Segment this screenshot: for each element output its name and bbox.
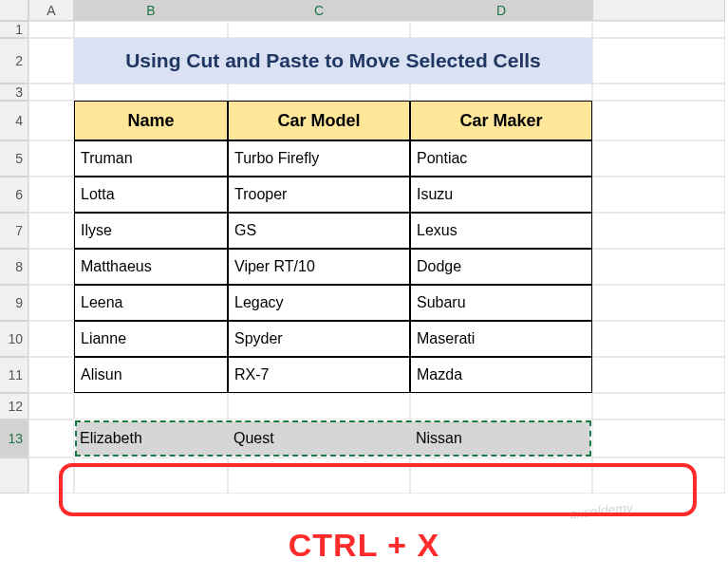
col-header-blank[interactable] — [592, 0, 725, 21]
row-header-4[interactable]: 4 — [0, 101, 28, 140]
cell-blank[interactable] — [592, 457, 725, 494]
watermark-text: exceldemy — [569, 500, 633, 522]
cell-blank[interactable] — [592, 84, 725, 101]
cell-A[interactable] — [28, 84, 74, 101]
cell-model[interactable]: RX-7 — [228, 357, 410, 393]
cell-blank[interactable] — [592, 140, 725, 177]
cell-A[interactable] — [28, 457, 74, 494]
row-header-12[interactable]: 12 — [0, 393, 28, 420]
cell-A[interactable] — [28, 140, 74, 177]
spreadsheet-grid: A B C D 1 2 3 4 5 6 7 8 9 10 11 12 13 Us… — [0, 0, 728, 494]
cell-name[interactable]: Lotta — [74, 177, 228, 213]
cell-blank[interactable] — [592, 357, 725, 393]
cell-blank[interactable] — [592, 38, 725, 84]
row-header-8[interactable]: 8 — [0, 249, 28, 285]
cell-model[interactable]: Turbo Firefly — [228, 140, 410, 177]
cell-A[interactable] — [28, 393, 74, 420]
cell-blank[interactable] — [74, 21, 228, 38]
col-header-C[interactable]: C — [228, 0, 410, 21]
cell-maker[interactable]: Isuzu — [410, 177, 592, 213]
row-header-11[interactable]: 11 — [0, 357, 28, 393]
cell-name[interactable]: Lianne — [74, 321, 228, 357]
col-header-D[interactable]: D — [410, 0, 592, 21]
cell-maker[interactable]: Lexus — [410, 213, 592, 249]
shortcut-annotation: CTRL + X — [0, 527, 728, 564]
cell-maker[interactable]: Subaru — [410, 285, 592, 321]
row-header-5[interactable]: 5 — [0, 140, 28, 177]
cell-A[interactable] — [28, 420, 74, 457]
cell-blank[interactable] — [592, 249, 725, 285]
header-maker[interactable]: Car Maker — [410, 101, 592, 140]
cell-blank[interactable] — [74, 393, 228, 420]
cell-blank[interactable] — [592, 177, 725, 213]
col-header-B[interactable]: B — [74, 0, 228, 21]
cell-model[interactable]: Legacy — [228, 285, 410, 321]
cell-blank[interactable] — [592, 101, 725, 140]
cell-name[interactable]: Leena — [74, 285, 228, 321]
cell-blank[interactable] — [592, 321, 725, 357]
select-all-corner[interactable] — [0, 0, 28, 21]
cell-A[interactable] — [28, 249, 74, 285]
cell-blank[interactable] — [592, 21, 725, 38]
cell-name[interactable]: Alisun — [74, 357, 228, 393]
cell-name[interactable]: Truman — [74, 140, 228, 177]
cell-A[interactable] — [28, 177, 74, 213]
cut-cell-name[interactable]: Elizabeth — [74, 420, 228, 457]
cell-model[interactable]: Spyder — [228, 321, 410, 357]
cell-blank[interactable] — [410, 393, 592, 420]
row-header-3[interactable]: 3 — [0, 84, 28, 101]
cell-A[interactable] — [28, 321, 74, 357]
cut-cell-maker[interactable]: Nissan — [410, 420, 592, 457]
row-header-blank[interactable] — [0, 457, 28, 494]
header-name[interactable]: Name — [74, 101, 228, 140]
cell-maker[interactable]: Maserati — [410, 321, 592, 357]
cell-maker[interactable]: Pontiac — [410, 140, 592, 177]
cell-blank[interactable] — [410, 84, 592, 101]
cell-model[interactable]: Viper RT/10 — [228, 249, 410, 285]
cell-A[interactable] — [28, 38, 74, 84]
cell-A[interactable] — [28, 21, 74, 38]
cell-name[interactable]: Matthaeus — [74, 249, 228, 285]
cell-A[interactable] — [28, 357, 74, 393]
col-header-A[interactable]: A — [28, 0, 74, 21]
cell-A[interactable] — [28, 213, 74, 249]
cell-name[interactable]: Ilyse — [74, 213, 228, 249]
header-model[interactable]: Car Model — [228, 101, 410, 140]
cell-A[interactable] — [28, 101, 74, 140]
cell-blank[interactable] — [410, 21, 592, 38]
title-cell[interactable]: Using Cut and Paste to Move Selected Cel… — [74, 38, 592, 84]
cell-A[interactable] — [28, 285, 74, 321]
cell-model[interactable]: Trooper — [228, 177, 410, 213]
cell-blank[interactable] — [592, 285, 725, 321]
cell-blank[interactable] — [592, 213, 725, 249]
row-header-2[interactable]: 2 — [0, 38, 28, 84]
cell-blank[interactable] — [592, 420, 725, 457]
row-header-6[interactable]: 6 — [0, 177, 28, 213]
cell-blank[interactable] — [74, 84, 228, 101]
row-header-9[interactable]: 9 — [0, 285, 28, 321]
row-header-13[interactable]: 13 — [0, 420, 28, 457]
cell-model[interactable]: GS — [228, 213, 410, 249]
cell-blank[interactable] — [410, 457, 592, 494]
cell-blank[interactable] — [228, 393, 410, 420]
row-header-7[interactable]: 7 — [0, 213, 28, 249]
cell-blank[interactable] — [228, 84, 410, 101]
cell-blank[interactable] — [228, 457, 410, 494]
cell-maker[interactable]: Dodge — [410, 249, 592, 285]
row-header-10[interactable]: 10 — [0, 321, 28, 357]
cell-maker[interactable]: Mazda — [410, 357, 592, 393]
cell-blank[interactable] — [74, 457, 228, 494]
cell-blank[interactable] — [592, 393, 725, 420]
row-header-1[interactable]: 1 — [0, 21, 28, 38]
cut-cell-model[interactable]: Quest — [228, 420, 410, 457]
cell-blank[interactable] — [228, 21, 410, 38]
